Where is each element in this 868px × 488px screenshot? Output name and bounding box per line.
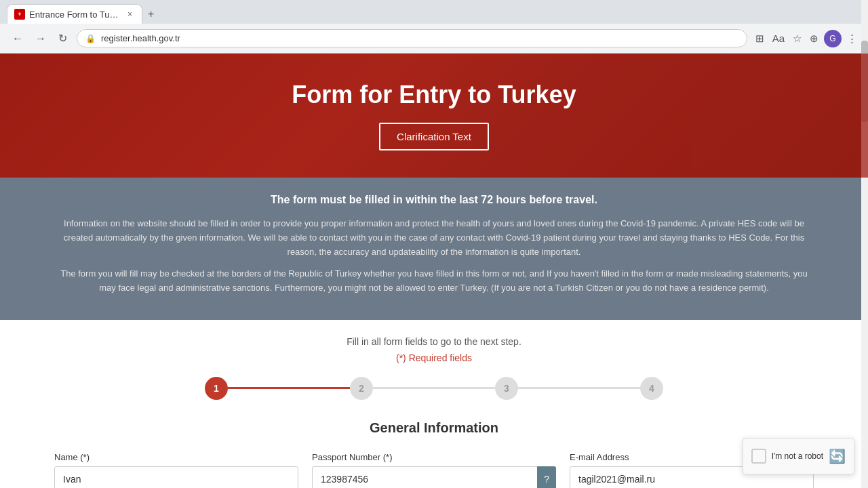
tab-title: Entrance Form to Turkey - Sağlık... — [29, 9, 121, 20]
profile-extensions-button[interactable]: ⊕ — [807, 30, 821, 47]
step-circle-2[interactable]: 2 — [350, 377, 373, 400]
browser-chrome: + Entrance Form to Turkey - Sağlık... × … — [0, 0, 868, 54]
lock-icon: 🔒 — [85, 34, 96, 43]
name-group: Name (*) — [54, 452, 298, 488]
url-input[interactable] — [101, 33, 738, 43]
section-title: General Information — [54, 420, 814, 436]
menu-button[interactable]: ⋮ — [844, 30, 860, 47]
back-button[interactable]: ← — [8, 30, 27, 47]
nav-controls: ← → ↻ — [8, 29, 71, 47]
profile-button[interactable]: G — [824, 30, 842, 47]
clarification-button[interactable]: Clarification Text — [379, 123, 489, 150]
step-circle-1[interactable]: 1 — [205, 377, 228, 400]
active-tab[interactable]: + Entrance Form to Turkey - Sağlık... × — [7, 4, 142, 24]
step-line-3-4 — [518, 387, 640, 389]
tab-favicon: + — [14, 9, 25, 20]
recaptcha-label: I'm not a robot — [772, 451, 823, 461]
passport-input[interactable] — [312, 466, 556, 488]
hero-content: Form for Entry to Turkey Clarification T… — [14, 81, 854, 150]
recaptcha-widget[interactable]: I'm not a robot 🔄 — [743, 438, 854, 474]
info-section: The form must be filled in within the la… — [0, 178, 868, 320]
form-row-1: Name (*) Passport Number (*) ? E-mail Ad… — [54, 452, 814, 488]
form-hint: Fill in all form fields to go to the nex… — [54, 336, 814, 347]
step-4: 4 — [640, 377, 663, 400]
step-1: 1 — [205, 377, 228, 400]
info-para-1: Information on the website should be fil… — [54, 217, 814, 259]
passport-help-button[interactable]: ? — [537, 466, 556, 488]
recaptcha-checkbox[interactable] — [751, 449, 766, 464]
form-section: Fill in all form fields to go to the nex… — [0, 320, 868, 488]
step-line-1-2 — [228, 387, 350, 389]
step-indicator: 1 2 3 4 — [54, 377, 814, 400]
info-para-2: The form you will fill may be checked at… — [54, 267, 814, 296]
step-circle-3[interactable]: 3 — [495, 377, 518, 400]
step-circle-4[interactable]: 4 — [640, 377, 663, 400]
step-2: 2 — [350, 377, 373, 400]
browser-toolbar: ← → ↻ 🔒 ⊞ Aa ☆ ⊕ G ⋮ — [0, 24, 868, 53]
page-title: Form for Entry to Turkey — [14, 81, 854, 109]
browser-tabs: + Entrance Form to Turkey - Sağlık... × … — [0, 0, 868, 24]
info-highlight: The form must be filled in within the la… — [54, 194, 814, 206]
reload-button[interactable]: ↻ — [54, 29, 71, 47]
forward-button[interactable]: → — [31, 30, 50, 47]
name-label: Name (*) — [54, 452, 298, 462]
required-note: (*) Required fields — [54, 352, 814, 363]
step-line-2-3 — [373, 387, 495, 389]
passport-group: Passport Number (*) ? — [312, 452, 556, 488]
new-tab-button[interactable]: + — [142, 5, 159, 23]
hero-section: Form for Entry to Turkey Clarification T… — [0, 54, 868, 178]
passport-label: Passport Number (*) — [312, 452, 556, 462]
name-input[interactable] — [54, 466, 298, 488]
passport-input-wrapper: ? — [312, 466, 556, 488]
bookmark-button[interactable]: ☆ — [790, 30, 804, 47]
toolbar-icons: ⊞ Aa ☆ ⊕ G ⋮ — [753, 30, 860, 47]
address-bar[interactable]: 🔒 — [77, 29, 747, 47]
close-tab-button[interactable]: × — [127, 9, 132, 19]
recaptcha-logo-icon: 🔄 — [829, 448, 846, 464]
step-3: 3 — [495, 377, 518, 400]
translate-button[interactable]: Aa — [770, 30, 787, 47]
page-content: Form for Entry to Turkey Clarification T… — [0, 54, 868, 488]
extensions-button[interactable]: ⊞ — [753, 30, 767, 47]
